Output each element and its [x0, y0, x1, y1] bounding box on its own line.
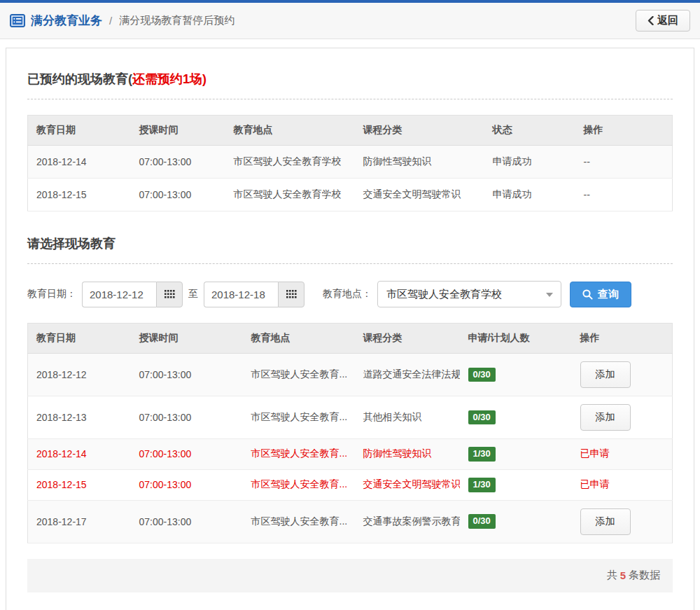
location-filter-label: 教育地点：	[323, 288, 372, 300]
cell-count: 1/30	[460, 469, 572, 500]
cell-time: 07:00-13:00	[131, 396, 243, 439]
breadcrumb: 满分教育业务 / 满分现场教育暂停后预约	[10, 13, 234, 29]
count-badge: 1/30	[468, 478, 496, 492]
cell-date: 2018-12-12	[28, 354, 131, 396]
cell-location: 市区驾驶人安全教育...	[243, 354, 355, 396]
total-suffix: 条数据	[629, 569, 660, 582]
cell-course: 交通安全文明驾驶常识	[355, 179, 484, 212]
count-badge: 0/30	[468, 514, 496, 529]
breadcrumb-separator: /	[109, 15, 112, 27]
location-select-value: 市区驾驶人安全教育学校	[386, 288, 502, 301]
cell-date: 2018-12-17	[28, 500, 131, 543]
filter-bar: 教育日期： 至 教育地点： 市区驾驶人安全教育学校 查询	[27, 281, 673, 307]
location-select[interactable]: 市区驾驶人安全教育学校	[377, 281, 561, 307]
search-icon	[582, 289, 593, 300]
search-button-label: 查询	[598, 288, 619, 301]
header-bar: 满分教育业务 / 满分现场教育暂停后预约 返回	[0, 3, 700, 39]
cell-date: 2018-12-13	[28, 396, 131, 439]
cell-date: 2018-12-14	[28, 146, 131, 179]
table-row: 2018-12-1207:00-13:00市区驾驶人安全教育...道路交通安全法…	[28, 354, 673, 396]
total-count: 5	[620, 569, 626, 581]
add-button[interactable]: 添加	[580, 404, 631, 431]
back-button[interactable]: 返回	[636, 10, 690, 32]
remaining-count-text: 还需预约1场	[132, 72, 202, 86]
date-from-input[interactable]	[82, 282, 156, 307]
booked-table: 教育日期授课时间教育地点课程分类状态操作 2018-12-1407:00-13:…	[27, 115, 673, 212]
table-row: 2018-12-1307:00-13:00市区驾驶人安全教育...其他相关知识0…	[28, 396, 673, 439]
column-header: 申请/计划人数	[460, 324, 572, 354]
cell-time: 07:00-13:00	[131, 500, 243, 543]
main-panel: 已预约的现场教育(还需预约1场) 教育日期授课时间教育地点课程分类状态操作 20…	[6, 48, 694, 610]
cell-location: 市区驾驶人安全教育...	[243, 439, 355, 470]
cell-time: 07:00-13:00	[131, 439, 243, 470]
cell-count: 0/30	[460, 396, 572, 439]
booked-table-header-row: 教育日期授课时间教育地点课程分类状态操作	[28, 116, 673, 146]
cell-location: 市区驾驶人安全教育...	[243, 469, 355, 500]
column-header: 状态	[484, 116, 575, 146]
date-to-input[interactable]	[204, 282, 278, 307]
table-row: 2018-12-1507:00-13:00市区驾驶人安全教育...交通安全文明驾…	[28, 469, 673, 500]
cell-status: 申请成功	[484, 179, 575, 212]
column-header: 课程分类	[355, 324, 460, 354]
breadcrumb-root[interactable]: 满分教育业务	[31, 13, 102, 29]
cell-action: 已申请	[572, 469, 673, 500]
schedule-table-header-row: 教育日期授课时间教育地点课程分类申请/计划人数操作	[28, 324, 673, 354]
cell-time: 07:00-13:00	[131, 146, 225, 179]
cell-course: 防御性驾驶知识	[355, 439, 460, 470]
search-button[interactable]: 查询	[570, 282, 631, 307]
cell-location: 市区驾驶人安全教育...	[243, 500, 355, 543]
table-footer: 共 5 条数据	[27, 559, 673, 592]
column-header: 教育日期	[28, 116, 131, 146]
cell-action: 添加	[572, 354, 673, 396]
cell-action: --	[575, 146, 673, 179]
column-header: 授课时间	[131, 116, 225, 146]
column-header: 课程分类	[355, 116, 484, 146]
column-header: 教育日期	[28, 324, 131, 354]
cell-course: 其他相关知识	[355, 396, 460, 439]
cell-action: 已申请	[572, 439, 673, 470]
table-row: 2018-12-1507:00-13:00市区驾驶人安全教育学校交通安全文明驾驶…	[28, 179, 673, 212]
add-button[interactable]: 添加	[580, 361, 631, 388]
count-badge: 1/30	[468, 447, 496, 462]
cell-date: 2018-12-15	[28, 179, 131, 212]
applied-status-text: 已申请	[580, 478, 610, 490]
menu-list-icon	[10, 14, 25, 27]
count-badge: 0/30	[468, 368, 496, 382]
column-header: 授课时间	[131, 324, 243, 354]
cell-time: 07:00-13:00	[131, 354, 243, 396]
cell-date: 2018-12-15	[28, 469, 131, 500]
column-header: 教育地点	[225, 116, 355, 146]
select-title-text: 请选择现场教育	[27, 237, 115, 251]
total-prefix: 共	[607, 569, 617, 582]
column-header: 操作	[572, 324, 673, 354]
cell-action: 添加	[572, 500, 673, 543]
cell-course: 交通安全文明驾驶常识	[355, 469, 460, 500]
to-label: 至	[188, 288, 198, 300]
cell-count: 1/30	[460, 439, 572, 470]
date-to-group	[204, 282, 304, 307]
count-badge: 0/30	[468, 410, 496, 425]
table-row: 2018-12-1407:00-13:00市区驾驶人安全教育...防御性驾驶知识…	[28, 439, 673, 470]
date-to-calendar-button[interactable]	[278, 282, 304, 307]
cell-time: 07:00-13:00	[131, 469, 243, 500]
applied-status-text: 已申请	[580, 448, 610, 459]
date-from-calendar-button[interactable]	[156, 282, 183, 307]
back-button-label: 返回	[657, 14, 678, 27]
booked-title-close: )	[202, 72, 206, 86]
date-filter-label: 教育日期：	[27, 288, 76, 300]
booked-title-text: 已预约的现场教育(	[27, 72, 132, 86]
table-row: 2018-12-1407:00-13:00市区驾驶人安全教育学校防御性驾驶知识申…	[28, 146, 673, 179]
schedule-table: 教育日期授课时间教育地点课程分类申请/计划人数操作 2018-12-1207:0…	[27, 323, 673, 543]
cell-date: 2018-12-14	[28, 439, 131, 470]
cell-count: 0/30	[460, 500, 572, 543]
breadcrumb-current: 满分现场教育暂停后预约	[119, 14, 234, 27]
cell-location: 市区驾驶人安全教育...	[243, 396, 355, 439]
booked-section-title: 已预约的现场教育(还需预约1场)	[27, 68, 673, 99]
cell-action: 添加	[572, 396, 673, 439]
add-button[interactable]: 添加	[580, 508, 631, 535]
calendar-grid-icon	[286, 290, 297, 298]
cell-location: 市区驾驶人安全教育学校	[225, 179, 355, 212]
cell-course: 道路交通安全法律法规	[355, 354, 460, 396]
cell-location: 市区驾驶人安全教育学校	[225, 146, 355, 179]
column-header: 教育地点	[243, 324, 355, 354]
